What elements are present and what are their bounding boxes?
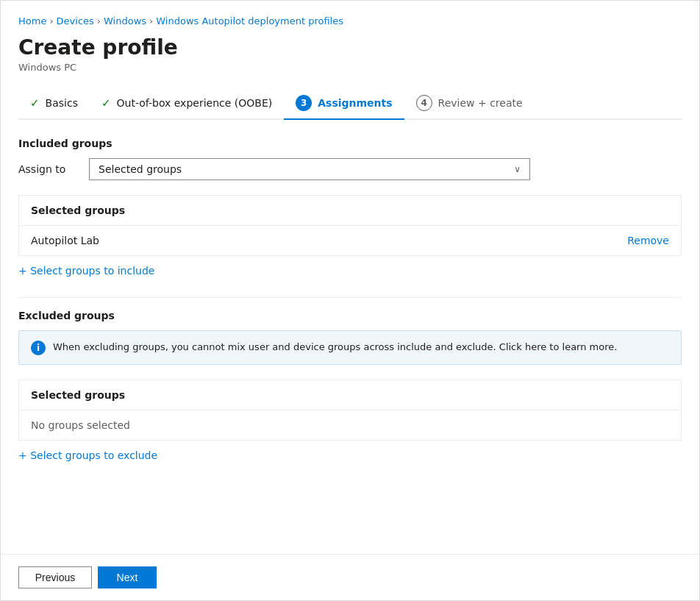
window: Home › Devices › Windows › Windows Autop… xyxy=(0,0,700,601)
select-groups-to-exclude-link[interactable]: + Select groups to exclude xyxy=(18,449,157,461)
select-groups-to-include-link[interactable]: + Select groups to include xyxy=(18,265,154,277)
tab-num-assignments: 3 xyxy=(296,95,312,111)
footer: Previous Next xyxy=(1,554,699,600)
assign-to-dropdown[interactable]: Selected groups ∨ xyxy=(89,158,530,180)
group-name-autopilot-lab: Autopilot Lab xyxy=(31,235,99,246)
breadcrumb-sep-3: › xyxy=(149,15,153,26)
excluded-selected-groups-header: Selected groups xyxy=(19,380,681,410)
excluded-groups-header: Excluded groups xyxy=(18,310,682,321)
tab-review-label: Review + create xyxy=(438,97,523,109)
included-groups-section: Included groups Assign to Selected group… xyxy=(18,138,682,291)
breadcrumb-sep-2: › xyxy=(97,15,101,26)
breadcrumb: Home › Devices › Windows › Windows Autop… xyxy=(18,15,682,26)
next-button[interactable]: Next xyxy=(98,566,157,588)
dropdown-value: Selected groups xyxy=(99,163,182,175)
chevron-down-icon: ∨ xyxy=(514,164,521,174)
previous-button[interactable]: Previous xyxy=(18,566,92,588)
tab-basics-label: Basics xyxy=(46,97,78,109)
info-icon: i xyxy=(31,341,46,355)
excluded-groups-section: Excluded groups i When excluding groups,… xyxy=(18,310,682,476)
page-title: Create profile xyxy=(18,35,682,60)
tabs-container: ✓ Basics ✓ Out-of-box experience (OOBE) … xyxy=(18,88,682,120)
info-text: When excluding groups, you cannot mix us… xyxy=(53,340,617,355)
check-icon-oobe: ✓ xyxy=(101,96,111,110)
tab-basics[interactable]: ✓ Basics xyxy=(18,89,90,118)
info-banner: i When excluding groups, you cannot mix … xyxy=(18,330,682,365)
tab-oobe-label: Out-of-box experience (OOBE) xyxy=(117,97,273,109)
breadcrumb-sep-1: › xyxy=(49,15,53,26)
breadcrumb-profiles[interactable]: Windows Autopilot deployment profiles xyxy=(156,15,343,26)
group-row-autopilot-lab: Autopilot Lab Remove xyxy=(19,226,681,255)
tab-assignments[interactable]: 3 Assignments xyxy=(284,88,404,120)
remove-autopilot-lab-button[interactable]: Remove xyxy=(627,235,669,246)
assign-to-label: Assign to xyxy=(18,163,77,175)
excluded-groups-box: Selected groups No groups selected xyxy=(18,380,682,441)
assign-to-row: Assign to Selected groups ∨ xyxy=(18,158,682,180)
page-subtitle: Windows PC xyxy=(18,62,682,73)
included-groups-header: Included groups xyxy=(18,138,682,149)
included-selected-groups-header: Selected groups xyxy=(19,196,681,226)
main-content: Home › Devices › Windows › Windows Autop… xyxy=(1,1,699,554)
included-groups-box: Selected groups Autopilot Lab Remove xyxy=(18,195,682,256)
check-icon-basics: ✓ xyxy=(30,96,40,110)
tab-review[interactable]: 4 Review + create xyxy=(404,88,535,120)
tab-oobe[interactable]: ✓ Out-of-box experience (OOBE) xyxy=(90,89,284,118)
breadcrumb-devices[interactable]: Devices xyxy=(57,15,94,26)
tab-assignments-label: Assignments xyxy=(318,97,392,109)
breadcrumb-home[interactable]: Home xyxy=(18,15,46,26)
no-groups-text: No groups selected xyxy=(19,410,681,440)
breadcrumb-windows[interactable]: Windows xyxy=(104,15,146,26)
section-divider xyxy=(18,297,682,298)
tab-num-review: 4 xyxy=(416,95,432,111)
